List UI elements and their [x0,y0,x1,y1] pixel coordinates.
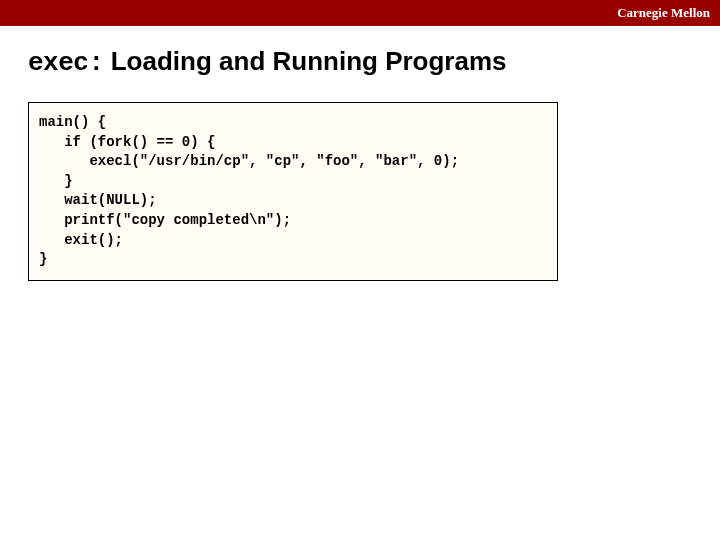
slide-content: exec: Loading and Running Programs main(… [0,26,720,281]
slide-title: exec: Loading and Running Programs [28,46,692,78]
title-mono: exec: [28,48,104,78]
code-block: main() { if (fork() == 0) { execl("/usr/… [28,102,558,281]
title-rest: Loading and Running Programs [104,46,507,76]
brand-label: Carnegie Mellon [617,5,710,21]
header-bar: Carnegie Mellon [0,0,720,26]
